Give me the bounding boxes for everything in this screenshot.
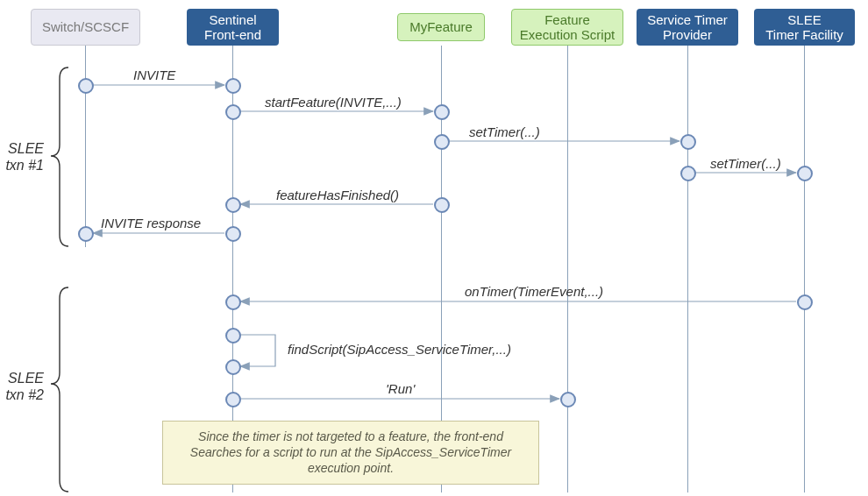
node	[225, 294, 241, 310]
msg-start-feature: startFeature(INVITE,...)	[265, 95, 402, 110]
msg-set-timer-1: setTimer(...)	[469, 124, 540, 139]
node	[78, 226, 94, 242]
lifeline-fes	[567, 46, 568, 492]
lifeline-scscf	[85, 46, 86, 247]
participant-fes: Feature Execution Script	[511, 9, 623, 46]
node	[225, 359, 241, 375]
lifeline-stf	[804, 46, 805, 492]
txn2-label: SLEE txn #2	[0, 370, 44, 403]
node	[560, 392, 576, 407]
participant-stp: Service Timer Provider	[637, 9, 738, 46]
participant-frontend: Sentinel Front-end	[187, 9, 279, 46]
msg-run: 'Run'	[386, 381, 415, 396]
msg-feature-has-finished: featureHasFinished()	[276, 188, 399, 202]
node	[797, 166, 813, 181]
node	[225, 226, 241, 242]
node	[225, 197, 241, 213]
participant-scscf: Switch/SCSCF	[31, 9, 140, 46]
msg-invite-response: INVITE response	[101, 216, 201, 230]
node	[225, 78, 241, 94]
node	[680, 134, 696, 150]
diagram-note: Since the timer is not targeted to a fea…	[162, 421, 539, 485]
node	[225, 392, 241, 407]
node	[797, 294, 813, 310]
node	[434, 197, 450, 213]
lifeline-stp	[687, 46, 688, 492]
txn1-label: SLEE txn #1	[0, 140, 44, 174]
node	[78, 78, 94, 94]
node	[225, 104, 241, 120]
node	[225, 328, 241, 344]
msg-on-timer: onTimer(TimerEvent,...)	[465, 284, 603, 299]
node	[680, 166, 696, 181]
msg-invite: INVITE	[133, 67, 175, 82]
node	[434, 104, 450, 120]
msg-find-script: findScript(SipAccess_ServiceTimer,...)	[288, 342, 511, 357]
participant-myfeature: MyFeature	[397, 13, 485, 41]
participant-stf: SLEE Timer Facility	[754, 9, 855, 46]
msg-set-timer-2: setTimer(...)	[710, 156, 781, 171]
node	[434, 134, 450, 150]
